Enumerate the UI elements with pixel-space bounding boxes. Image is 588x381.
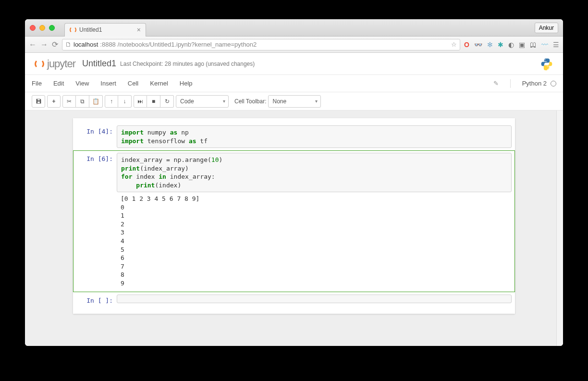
- notebook: In [4]: import numpy as np import tensor…: [73, 118, 515, 314]
- input-area: import numpy as np import tensorflow as …: [117, 125, 512, 148]
- copy-button[interactable]: ⧉: [76, 95, 89, 108]
- code-cell[interactable]: In [6]: index_array = np.arange(10) prin…: [73, 150, 515, 292]
- input-prompt: In [ ]:: [74, 295, 117, 307]
- extension-icon[interactable]: ✱: [498, 41, 503, 49]
- save-button[interactable]: [32, 95, 45, 108]
- window-maximize-icon[interactable]: [49, 25, 55, 31]
- incognito-extension-icon[interactable]: 👓: [474, 41, 482, 49]
- menu-insert[interactable]: Insert: [100, 80, 116, 87]
- input-area: index_array = np.arange(10) print(index_…: [117, 153, 512, 290]
- extension-icon[interactable]: ✻: [487, 41, 493, 49]
- kernel-indicator[interactable]: Python 2: [522, 80, 556, 87]
- jupyter-logo-icon: [35, 59, 44, 69]
- edit-notebook-icon[interactable]: ✎: [493, 80, 499, 87]
- kernel-status-icon: [551, 81, 556, 86]
- code-input[interactable]: index_array = np.arange(10) print(index_…: [117, 153, 512, 192]
- address-bar[interactable]: 🗋 localhost:8888/notebooks/Untitled1.ipy…: [62, 39, 460, 50]
- url-port: :8888: [100, 41, 116, 48]
- menu-cell[interactable]: Cell: [128, 80, 138, 87]
- paste-button[interactable]: 📋: [89, 95, 103, 108]
- jupyter-logo-text: jupyter: [47, 58, 75, 70]
- scrollbar[interactable]: [556, 111, 563, 346]
- menu-kernel[interactable]: Kernel: [150, 80, 168, 87]
- menu-view[interactable]: View: [75, 80, 89, 87]
- browser-window: Untitled1 × Ankur ← → ⟳ 🗋 localhost:8888…: [25, 19, 563, 346]
- url-host: localhost: [74, 41, 98, 48]
- url-path: /notebooks/Untitled1.ipynb?kernel_name=p…: [118, 41, 257, 48]
- menu-icon[interactable]: ☰: [553, 41, 559, 49]
- cut-button[interactable]: ✂: [62, 95, 76, 108]
- cell-type-select[interactable]: Code: [176, 95, 229, 108]
- python-logo-icon: [540, 57, 553, 71]
- traffic-lights: [30, 25, 55, 31]
- add-cell-button[interactable]: +: [47, 95, 61, 108]
- window-close-icon[interactable]: [30, 25, 36, 31]
- forward-icon[interactable]: →: [40, 40, 48, 49]
- profile-button[interactable]: Ankur: [535, 23, 558, 33]
- extension-icon[interactable]: 〰: [541, 41, 548, 49]
- extension-icon[interactable]: ▣: [519, 41, 525, 49]
- move-down-button[interactable]: ↓: [118, 95, 132, 108]
- jupyter-favicon-icon: [70, 26, 76, 33]
- input-prompt: In [6]:: [74, 153, 117, 290]
- toolbar: + ✂ ⧉ 📋 ↑ ↓ ⏭ ■ ↻ Code Cell Toolbar: Non…: [25, 92, 563, 111]
- browser-tab[interactable]: Untitled1 ×: [64, 23, 146, 37]
- code-cell[interactable]: In [ ]:: [73, 292, 515, 309]
- restart-button[interactable]: ↻: [160, 95, 174, 108]
- reload-icon[interactable]: ⟳: [52, 40, 58, 49]
- browser-toolbar: ← → ⟳ 🗋 localhost:8888/notebooks/Untitle…: [25, 37, 563, 53]
- menu-help[interactable]: Help: [180, 80, 193, 87]
- extension-icon[interactable]: 🕮: [530, 41, 537, 49]
- back-icon[interactable]: ←: [29, 40, 37, 49]
- extension-icons: O 👓 ✻ ✱ ◐ ▣ 🕮 〰 ☰: [464, 41, 559, 49]
- menubar: File Edit View Insert Cell Kernel Help ✎…: [25, 75, 563, 92]
- page-info-icon[interactable]: 🗋: [65, 41, 72, 48]
- jupyter-header: jupyter Untitled1 Last Checkpoint: 28 mi…: [25, 53, 563, 75]
- input-area: [117, 295, 512, 307]
- input-prompt: In [4]:: [74, 125, 117, 148]
- menu-file[interactable]: File: [32, 80, 42, 87]
- extension-icon[interactable]: ◐: [508, 41, 514, 49]
- tab-title: Untitled1: [79, 26, 134, 33]
- notebook-container[interactable]: In [4]: import numpy as np import tensor…: [25, 111, 563, 346]
- output-area: [0 1 2 3 4 5 6 7 8 9] 0 1 2 3 4 5 6 7 8 …: [117, 192, 512, 290]
- separator: [510, 79, 511, 88]
- cell-toolbar-value: None: [272, 98, 286, 105]
- code-cell[interactable]: In [4]: import numpy as np import tensor…: [73, 123, 515, 150]
- move-up-button[interactable]: ↑: [105, 95, 118, 108]
- browser-titlebar: Untitled1 × Ankur: [25, 19, 563, 37]
- cell-toolbar-select[interactable]: None: [268, 95, 321, 108]
- opera-extension-icon[interactable]: O: [464, 41, 469, 49]
- window-minimize-icon[interactable]: [39, 25, 45, 31]
- interrupt-button[interactable]: ■: [147, 95, 160, 108]
- cell-type-value: Code: [180, 98, 194, 105]
- bookmark-star-icon[interactable]: ☆: [451, 41, 457, 48]
- jupyter-logo[interactable]: jupyter: [35, 58, 75, 70]
- run-button[interactable]: ⏭: [134, 95, 147, 108]
- tab-close-icon[interactable]: ×: [137, 26, 141, 34]
- cell-toolbar-label: Cell Toolbar:: [234, 98, 266, 105]
- notebook-name[interactable]: Untitled1: [82, 59, 116, 69]
- menu-edit[interactable]: Edit: [53, 80, 64, 87]
- checkpoint-status: Last Checkpoint: 28 minutes ago (unsaved…: [120, 61, 255, 67]
- code-input[interactable]: [117, 295, 512, 303]
- code-input[interactable]: import numpy as np import tensorflow as …: [117, 125, 512, 148]
- kernel-name: Python 2: [522, 80, 547, 87]
